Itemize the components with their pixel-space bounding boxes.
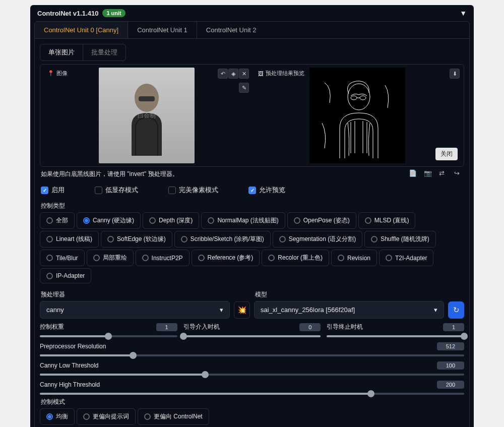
unit-badge: 1 unit xyxy=(102,9,125,17)
chevron-down-icon: ▾ xyxy=(434,306,437,314)
preview-icon: 🖼 xyxy=(258,71,264,77)
start-slider[interactable] xyxy=(183,335,321,337)
tab-unit-0[interactable]: ControlNet Unit 0 [Canny] xyxy=(35,22,128,38)
lowvram-checkbox[interactable]: 低显存模式 xyxy=(95,186,138,195)
start-label: 引导介入时机 xyxy=(183,323,220,331)
weight-slider[interactable] xyxy=(40,335,177,337)
close-preview-button[interactable]: 关闭 xyxy=(435,148,458,160)
tab-unit-1[interactable]: ControlNet Unit 1 xyxy=(128,22,197,38)
input-image[interactable]: 白会制 xyxy=(43,68,250,163)
preprocessor-select[interactable]: canny▾ xyxy=(40,301,230,319)
weight-label: 控制权重 xyxy=(40,323,64,331)
model-label: 模型 xyxy=(254,287,444,301)
watermark: 白会制 xyxy=(138,111,156,120)
download-icon[interactable]: ⬇ xyxy=(450,69,460,79)
type-lineart[interactable]: Lineart (线稿) xyxy=(40,231,99,248)
canny-low-value[interactable]: 100 xyxy=(437,361,464,370)
collapse-toggle[interactable]: ▼ xyxy=(460,9,467,17)
pin-icon: 📍 xyxy=(47,70,54,77)
send-icon[interactable]: ↪ xyxy=(454,169,462,177)
weight-value[interactable]: 1 xyxy=(156,323,177,331)
type-tile[interactable]: Tile/Blur xyxy=(40,250,85,266)
resize-mode-label: 缩放模式 xyxy=(40,425,464,427)
preview-image xyxy=(254,68,461,163)
canny-high-value[interactable]: 200 xyxy=(437,381,464,389)
type-t2i[interactable]: T2I-Adapter xyxy=(379,250,433,266)
canny-low-label: Canny Low Threshold xyxy=(40,362,99,369)
type-shuffle[interactable]: Shuffle (随机洗牌) xyxy=(364,231,435,248)
refresh-models-button[interactable]: ↻ xyxy=(448,301,464,319)
type-mlsd[interactable]: MLSD (直线) xyxy=(358,212,416,229)
new-canvas-icon[interactable]: 📄 xyxy=(409,169,417,177)
control-type-group: 全部 Canny (硬边缘) Depth (深度) NormalMap (法线贴… xyxy=(40,212,464,283)
mode-prompt[interactable]: 更偏向提示词 xyxy=(77,408,136,425)
preprocessor-label: 预处理器 xyxy=(40,287,230,301)
close-icon[interactable]: ✕ xyxy=(239,69,249,79)
end-value[interactable]: 1 xyxy=(443,323,464,331)
svg-point-4 xyxy=(360,96,366,100)
type-ipadapter[interactable]: IP-Adapter xyxy=(40,268,91,283)
erase-icon[interactable]: ◈ xyxy=(228,69,238,79)
resolution-label: Preprocessor Resolution xyxy=(40,343,106,350)
chevron-down-icon: ▾ xyxy=(220,306,223,314)
panel-title: ControlNet v1.1.410 xyxy=(37,10,98,17)
start-value[interactable]: 0 xyxy=(299,323,321,331)
edit-icon[interactable]: ✎ xyxy=(239,83,249,93)
mode-controlnet[interactable]: 更偏向 ControlNet xyxy=(138,408,209,425)
canny-low-slider[interactable] xyxy=(40,374,464,376)
type-recolor[interactable]: Recolor (重上色) xyxy=(262,250,329,266)
type-segmentation[interactable]: Segmentation (语义分割) xyxy=(273,231,362,248)
tab-unit-2[interactable]: ControlNet Unit 2 xyxy=(197,22,266,38)
tab-batch[interactable]: 批量处理 xyxy=(83,44,125,60)
control-type-label: 控制类型 xyxy=(40,199,464,212)
control-mode-label: 控制模式 xyxy=(40,395,464,408)
pixel-perfect-checkbox[interactable]: 完美像素模式 xyxy=(168,186,218,195)
tab-single-image[interactable]: 单张图片 xyxy=(40,44,83,60)
model-select[interactable]: sai_xl_canny_256lora [566f20af]▾ xyxy=(254,301,444,319)
type-ip2p[interactable]: InstructP2P xyxy=(136,250,190,266)
type-reference[interactable]: Reference (参考) xyxy=(192,250,260,266)
type-all[interactable]: 全部 xyxy=(40,212,75,229)
type-normalmap[interactable]: NormalMap (法线贴图) xyxy=(201,212,285,229)
hint-text: 如果使用白底黑线图片，请使用 "invert" 预处理器。 xyxy=(40,167,179,181)
type-scribble[interactable]: Scribble/Sketch (涂鸦/草图) xyxy=(174,231,271,248)
preview-label: 预处理结果预览 xyxy=(266,70,304,77)
allow-preview-checkbox[interactable]: 允许预览 xyxy=(248,186,285,195)
camera-icon[interactable]: 📷 xyxy=(424,169,432,177)
type-inpaint[interactable]: 局部重绘 xyxy=(87,250,134,266)
type-revision[interactable]: Revision xyxy=(331,250,377,266)
enable-checkbox[interactable]: 启用 xyxy=(41,186,65,195)
svg-point-3 xyxy=(351,96,357,100)
canny-high-label: Canny High Threshold xyxy=(40,381,100,388)
run-preprocessor-button[interactable]: 💥 xyxy=(234,301,250,319)
image-label: 图像 xyxy=(56,70,68,77)
undo-icon[interactable]: ↶ xyxy=(218,69,228,79)
end-slider[interactable] xyxy=(327,335,464,337)
type-canny[interactable]: Canny (硬边缘) xyxy=(77,212,141,229)
type-softedge[interactable]: SoftEdge (软边缘) xyxy=(101,231,172,248)
mode-balanced[interactable]: 均衡 xyxy=(40,408,75,425)
svg-rect-1 xyxy=(139,96,155,101)
type-openpose[interactable]: OpenPose (姿态) xyxy=(287,212,356,229)
unit-tabs: ControlNet Unit 0 [Canny] ControlNet Uni… xyxy=(34,21,470,39)
end-label: 引导终止时机 xyxy=(327,323,363,331)
swap-icon[interactable]: ⇄ xyxy=(439,169,447,177)
canny-high-slider[interactable] xyxy=(40,393,464,395)
resolution-value[interactable]: 512 xyxy=(437,342,464,350)
resolution-slider[interactable] xyxy=(40,354,464,356)
type-depth[interactable]: Depth (深度) xyxy=(143,212,199,229)
